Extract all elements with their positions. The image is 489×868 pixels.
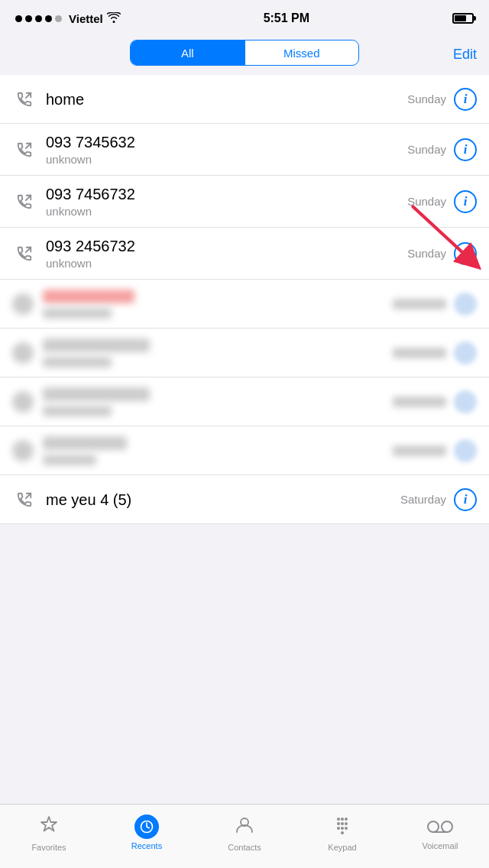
call-item-2[interactable]: 093 7456732 unknown Sunday i [0, 176, 489, 228]
blurred-info-5 [454, 342, 477, 364]
call-info-home: home [46, 90, 407, 108]
blurred-call-info-6 [43, 387, 384, 416]
blurred-call-info-7 [43, 436, 384, 465]
call-info-3: 093 2456732 unknown [46, 237, 407, 270]
blurred-sub-5 [43, 357, 112, 368]
svg-point-21 [341, 818, 344, 821]
tab-favorites[interactable]: Favorites [18, 814, 79, 852]
call-item-last[interactable]: me yeu 4 (5) Saturday i [0, 475, 489, 524]
svg-line-16 [26, 493, 31, 497]
segment-all-button[interactable]: All [131, 40, 244, 65]
status-time: 5:51 PM [264, 11, 309, 25]
svg-point-29 [341, 831, 344, 834]
blurred-call-icon-7 [12, 440, 34, 462]
blurred-name-7 [43, 436, 127, 450]
blurred-call-item-6[interactable] [0, 377, 489, 426]
svg-line-5 [26, 143, 31, 147]
svg-point-24 [341, 822, 344, 825]
status-bar: Viettel 5:51 PM [0, 0, 489, 34]
blurred-meta-7 [393, 439, 477, 462]
svg-point-28 [345, 827, 348, 830]
blurred-meta-4 [393, 293, 477, 316]
blurred-call-info-5 [43, 338, 384, 368]
info-button-2[interactable]: i [454, 190, 477, 213]
blurred-sub-6 [43, 406, 112, 416]
blurred-call-icon-4 [12, 293, 34, 315]
header: All Missed Edit [0, 34, 489, 75]
svg-point-27 [341, 827, 344, 830]
blurred-info-4 [454, 293, 477, 316]
favorites-icon [38, 814, 60, 840]
call-name-3: 093 2456732 [46, 237, 407, 255]
blurred-time-5 [393, 348, 446, 358]
tab-contacts[interactable]: Contacts [214, 814, 275, 852]
blurred-call-item-4[interactable] [0, 280, 489, 329]
call-name-last: me yeu 4 (5) [46, 491, 400, 509]
tab-keypad[interactable]: Keypad [312, 814, 373, 852]
call-time-home: Sunday [407, 92, 446, 105]
blurred-call-item-5[interactable] [0, 329, 489, 377]
blurred-time-4 [393, 299, 446, 309]
info-button-1[interactable]: i [454, 138, 477, 161]
call-time-2: Sunday [407, 195, 446, 208]
svg-point-30 [428, 821, 439, 832]
tab-bar: Favorites Recents Contacts [0, 804, 489, 868]
blurred-call-info-4 [43, 290, 384, 319]
blurred-time-7 [393, 445, 446, 456]
segment-control[interactable]: All Missed [130, 40, 359, 66]
blurred-sub-4 [43, 308, 112, 319]
call-item-home[interactable]: home Sunday i [0, 75, 489, 124]
info-button-last[interactable]: i [454, 488, 477, 511]
outgoing-call-icon-2 [12, 193, 37, 210]
tab-recents[interactable]: Recents [116, 815, 177, 850]
outgoing-call-icon-3 [12, 245, 37, 262]
svg-point-25 [345, 822, 348, 825]
blurred-time-6 [393, 397, 446, 407]
blurred-meta-5 [393, 342, 477, 364]
voicemail-icon [427, 815, 453, 839]
segment-missed-button[interactable]: Missed [245, 40, 359, 65]
recents-icon [134, 815, 159, 839]
call-meta-last: Saturday i [400, 488, 477, 511]
edit-button[interactable]: Edit [453, 47, 477, 63]
call-meta-1: Sunday i [407, 138, 477, 161]
tab-keypad-label: Keypad [328, 843, 356, 852]
tab-favorites-label: Favorites [31, 843, 66, 852]
tab-voicemail[interactable]: Voicemail [410, 815, 471, 850]
call-meta-2: Sunday i [407, 190, 477, 213]
call-subname-1: unknown [46, 153, 407, 166]
contacts-icon [234, 814, 255, 840]
tab-contacts-label: Contacts [228, 843, 261, 852]
call-name-2: 093 7456732 [46, 185, 407, 203]
blurred-call-icon-5 [12, 342, 34, 364]
call-item-3[interactable]: 093 2456732 unknown Sunday i [0, 228, 489, 280]
blurred-name-6 [43, 387, 150, 401]
svg-point-26 [337, 827, 340, 830]
wifi-icon [107, 12, 121, 25]
outgoing-call-icon-1 [12, 141, 37, 158]
keypad-icon [332, 814, 353, 840]
status-right [452, 13, 474, 24]
svg-point-31 [442, 821, 452, 832]
svg-line-8 [26, 195, 31, 199]
blurred-meta-6 [393, 390, 477, 413]
svg-line-2 [26, 92, 31, 97]
info-button-home[interactable]: i [454, 88, 477, 111]
tab-voicemail-label: Voicemail [422, 841, 458, 850]
call-list: home Sunday i 093 7345632 unknown Sunday… [0, 75, 489, 524]
call-meta-3: Sunday i [407, 242, 477, 265]
blurred-call-item-7[interactable] [0, 426, 489, 475]
battery-icon [452, 13, 474, 24]
tab-recents-label: Recents [131, 841, 162, 850]
call-subname-2: unknown [46, 205, 407, 218]
call-item-1[interactable]: 093 7345632 unknown Sunday i [0, 124, 489, 176]
blurred-call-icon-6 [12, 391, 34, 413]
blurred-info-6 [454, 390, 477, 413]
call-meta-home: Sunday i [407, 88, 477, 111]
call-time-last: Saturday [400, 493, 446, 506]
call-info-last: me yeu 4 (5) [46, 491, 400, 509]
status-left: Viettel [15, 12, 121, 25]
info-button-3[interactable]: i [454, 242, 477, 265]
svg-point-22 [345, 818, 348, 821]
call-name-1: 093 7345632 [46, 133, 407, 151]
